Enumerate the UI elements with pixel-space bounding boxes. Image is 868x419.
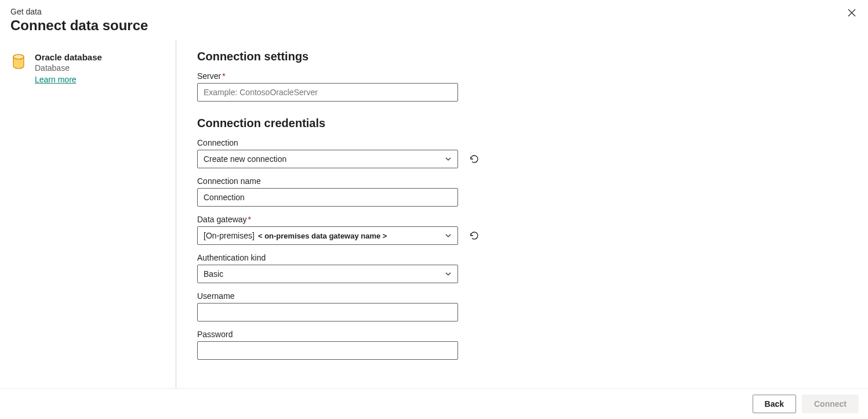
auth-kind-field-group: Authentication kind Basic — [197, 253, 847, 283]
data-gateway-label: Data gateway* — [197, 215, 847, 224]
username-input[interactable] — [197, 303, 458, 322]
data-gateway-hint: < on-premises data gateway name > — [258, 232, 387, 240]
connection-refresh-button[interactable] — [468, 153, 480, 165]
auth-kind-select-value: Basic — [204, 269, 223, 279]
data-gateway-select[interactable]: [On-premises] < on-premises data gateway… — [197, 226, 458, 245]
back-button[interactable]: Back — [753, 395, 796, 413]
username-label: Username — [197, 291, 847, 301]
close-icon — [847, 8, 856, 17]
connection-field-group: Connection Create new connection — [197, 138, 847, 168]
auth-kind-label: Authentication kind — [197, 253, 847, 262]
refresh-icon — [469, 230, 480, 241]
refresh-icon — [469, 154, 480, 164]
server-input[interactable] — [197, 83, 458, 102]
server-label-text: Server — [197, 71, 221, 81]
data-gateway-row: [On-premises] < on-premises data gateway… — [197, 226, 847, 245]
data-gateway-label-text: Data gateway — [197, 215, 247, 224]
data-gateway-select-value: [On-premises] < on-premises data gateway… — [204, 231, 387, 240]
connection-name-field-group: Connection name — [197, 176, 847, 207]
username-field-group: Username — [197, 291, 847, 322]
data-gateway-prefix: [On-premises] — [204, 231, 255, 240]
chevron-down-icon — [445, 232, 452, 239]
required-marker: * — [248, 215, 251, 224]
close-button[interactable] — [846, 7, 858, 19]
source-item: Oracle database Database Learn more — [10, 52, 165, 84]
required-marker: * — [222, 71, 225, 81]
source-info: Oracle database Database Learn more — [35, 52, 102, 84]
connection-row: Create new connection — [197, 150, 847, 168]
footer: Back Connect — [0, 388, 868, 419]
data-gateway-field-group: Data gateway* [On-premises] < on-premise… — [197, 215, 847, 245]
chevron-down-icon — [445, 156, 452, 162]
connection-credentials-heading: Connection credentials — [197, 117, 847, 130]
database-icon — [10, 53, 27, 70]
source-type: Database — [35, 63, 102, 73]
connection-name-input[interactable] — [197, 188, 458, 207]
svg-point-1 — [13, 55, 24, 59]
sidebar: Oracle database Database Learn more — [0, 39, 176, 388]
connection-settings-heading: Connection settings — [197, 50, 847, 63]
content: Connection settings Server* Connection c… — [176, 39, 868, 388]
breadcrumb: Get data — [10, 7, 858, 16]
server-label: Server* — [197, 71, 847, 81]
header: Get data Connect data source — [0, 0, 868, 39]
auth-kind-select[interactable]: Basic — [197, 265, 458, 283]
connect-button[interactable]: Connect — [802, 395, 859, 413]
server-field-group: Server* — [197, 71, 847, 102]
source-name: Oracle database — [35, 52, 102, 62]
password-field-group: Password — [197, 330, 847, 360]
main-area: Oracle database Database Learn more Conn… — [0, 39, 868, 388]
connection-select-value: Create new connection — [204, 154, 286, 164]
connection-name-label: Connection name — [197, 176, 847, 186]
password-label: Password — [197, 330, 847, 339]
data-gateway-refresh-button[interactable] — [468, 230, 480, 241]
connection-select[interactable]: Create new connection — [197, 150, 458, 168]
chevron-down-icon — [445, 270, 452, 277]
learn-more-link[interactable]: Learn more — [35, 75, 102, 84]
connection-label: Connection — [197, 138, 847, 147]
page-title: Connect data source — [10, 17, 858, 34]
password-input[interactable] — [197, 341, 458, 360]
